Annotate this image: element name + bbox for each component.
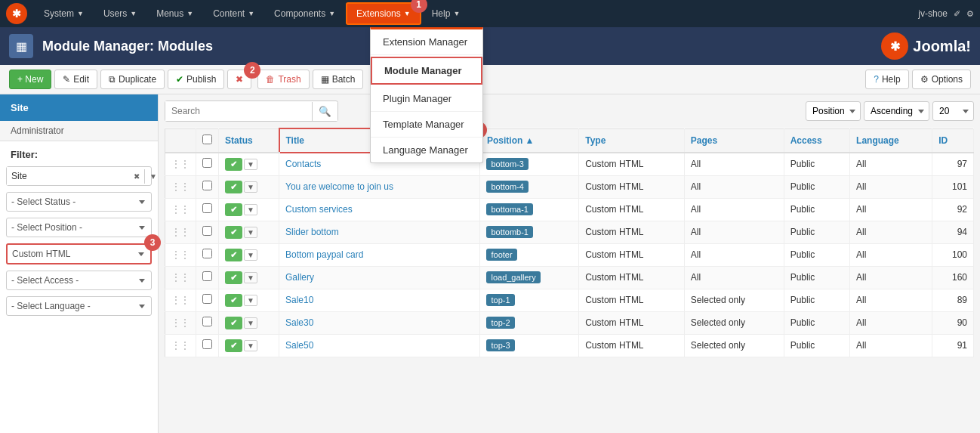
nav-help[interactable]: Help ▼ bbox=[423, 2, 470, 25]
drag-handle[interactable]: ⋮⋮ bbox=[165, 243, 196, 266]
row-type: Custom HTML bbox=[579, 175, 685, 198]
th-type[interactable]: Type bbox=[579, 128, 685, 153]
row-id: 97 bbox=[932, 153, 974, 176]
help-button[interactable]: ? Help bbox=[865, 70, 908, 89]
status-badge[interactable]: ✔ bbox=[225, 317, 242, 329]
table-row: ⋮⋮ ✔ ▼ Bottom paypal card footer Custom … bbox=[165, 243, 974, 266]
drag-handle[interactable]: ⋮⋮ bbox=[165, 198, 196, 221]
status-dropdown[interactable]: ▼ bbox=[244, 249, 257, 261]
status-badge[interactable]: ✔ bbox=[225, 294, 242, 307]
row-id: 91 bbox=[932, 334, 974, 357]
th-access[interactable]: Access bbox=[784, 128, 849, 153]
status-dropdown[interactable]: ▼ bbox=[244, 227, 257, 238]
sidebar-site-tab[interactable]: Site bbox=[0, 94, 158, 121]
drag-handle[interactable]: ⋮⋮ bbox=[165, 175, 196, 198]
status-dropdown[interactable]: ▼ bbox=[244, 159, 257, 170]
status-badge[interactable]: ✔ bbox=[225, 226, 242, 239]
status-dropdown[interactable]: ▼ bbox=[244, 181, 257, 193]
position-filter[interactable]: - Select Position - bbox=[6, 218, 152, 237]
dropdown-item-module-manager[interactable]: Module Manager bbox=[371, 57, 482, 85]
nav-menus[interactable]: Menus ▼ bbox=[147, 2, 202, 25]
trash-button[interactable]: 🗑 Trash bbox=[257, 70, 309, 89]
row-checkbox-cell bbox=[196, 221, 219, 243]
nav-extensions[interactable]: Extensions ▼ 1 bbox=[346, 2, 421, 25]
publish-button[interactable]: ✔ Publish bbox=[168, 70, 224, 89]
nav-content[interactable]: Content ▼ bbox=[204, 2, 263, 25]
row-checkbox[interactable] bbox=[202, 226, 212, 236]
row-position: load_gallery bbox=[480, 266, 579, 289]
drag-handle[interactable]: ⋮⋮ bbox=[165, 311, 196, 334]
search-icon: 🔍 bbox=[319, 106, 331, 117]
row-checkbox[interactable] bbox=[202, 249, 212, 258]
drag-handle[interactable]: ⋮⋮ bbox=[165, 153, 196, 176]
dropdown-item-template-manager[interactable]: Template Manager bbox=[371, 112, 482, 138]
status-dropdown[interactable]: ▼ bbox=[244, 272, 257, 283]
status-dropdown[interactable]: ▼ bbox=[244, 340, 257, 351]
row-checkbox[interactable] bbox=[202, 294, 212, 304]
module-title-link[interactable]: Contacts bbox=[285, 159, 321, 169]
status-dropdown[interactable]: ▼ bbox=[244, 317, 257, 329]
edit-button[interactable]: ✎ Edit bbox=[54, 70, 97, 89]
module-title-link[interactable]: Sale30 bbox=[285, 317, 313, 328]
module-title-link[interactable]: Custom services bbox=[285, 204, 353, 215]
status-filter[interactable]: - Select Status - bbox=[6, 192, 152, 212]
sort-by-select[interactable]: Position bbox=[806, 101, 861, 121]
nav-components[interactable]: Components ▼ bbox=[265, 2, 344, 25]
options-button[interactable]: ⚙ Options bbox=[912, 70, 971, 89]
row-checkbox[interactable] bbox=[202, 203, 212, 213]
status-dropdown[interactable]: ▼ bbox=[244, 295, 257, 306]
site-filter-clear[interactable]: ✖ bbox=[129, 169, 144, 184]
drag-handle[interactable]: ⋮⋮ bbox=[165, 266, 196, 289]
th-pages[interactable]: Pages bbox=[684, 128, 784, 153]
position-badge: bottom-3 bbox=[486, 158, 528, 170]
dropdown-item-language-manager[interactable]: Language Manager bbox=[371, 138, 482, 162]
site-filter-input[interactable] bbox=[7, 167, 129, 185]
row-position: bottom-3 bbox=[480, 153, 579, 176]
module-title-link[interactable]: Slider bottom bbox=[285, 227, 339, 237]
batch-button[interactable]: ▦ Batch bbox=[313, 70, 364, 89]
duplicate-button[interactable]: ⧉ Duplicate bbox=[100, 70, 165, 89]
module-title-link[interactable]: Sale50 bbox=[285, 340, 313, 351]
position-badge: load_gallery bbox=[486, 271, 540, 283]
language-filter[interactable]: - Select Language - bbox=[6, 296, 152, 316]
module-title-link[interactable]: Gallery bbox=[285, 272, 314, 283]
th-status[interactable]: Status bbox=[219, 128, 279, 153]
module-title-link[interactable]: Bottom paypal card bbox=[285, 249, 363, 260]
type-filter[interactable]: Custom HTML bbox=[6, 243, 152, 264]
status-badge[interactable]: ✔ bbox=[225, 158, 242, 171]
row-status: ✔ ▼ bbox=[219, 153, 279, 176]
status-badge[interactable]: ✔ bbox=[225, 181, 242, 193]
dropdown-item-ext-manager[interactable]: Extension Manager bbox=[371, 29, 482, 55]
status-badge[interactable]: ✔ bbox=[225, 271, 242, 284]
search-input[interactable] bbox=[165, 101, 312, 121]
row-checkbox[interactable] bbox=[202, 317, 212, 326]
module-title-link[interactable]: Sale10 bbox=[285, 295, 313, 305]
row-checkbox[interactable] bbox=[202, 271, 212, 281]
status-badge[interactable]: ✔ bbox=[225, 249, 242, 261]
status-dropdown[interactable]: ▼ bbox=[244, 204, 257, 215]
status-badge[interactable]: ✔ bbox=[225, 203, 242, 216]
module-title-link[interactable]: You are welcome to join us bbox=[285, 181, 393, 192]
access-filter[interactable]: - Select Access - bbox=[6, 271, 152, 290]
th-id[interactable]: ID bbox=[932, 128, 974, 153]
drag-handle[interactable]: ⋮⋮ bbox=[165, 334, 196, 357]
site-filter[interactable]: ✖ ▼ bbox=[6, 166, 152, 186]
sidebar-admin-tab[interactable]: Administrator bbox=[0, 121, 158, 141]
new-button[interactable]: + New bbox=[9, 70, 51, 89]
row-checkbox[interactable] bbox=[202, 158, 212, 168]
th-language[interactable]: Language bbox=[850, 128, 932, 153]
per-page-select[interactable]: 20 bbox=[932, 101, 974, 121]
drag-handle[interactable]: ⋮⋮ bbox=[165, 221, 196, 243]
batch-icon: ▦ bbox=[321, 74, 329, 85]
nav-users[interactable]: Users ▼ bbox=[94, 2, 146, 25]
select-all-checkbox[interactable] bbox=[202, 135, 212, 144]
row-checkbox[interactable] bbox=[202, 339, 212, 349]
row-checkbox[interactable] bbox=[202, 181, 212, 190]
sort-order-select[interactable]: Ascending bbox=[864, 101, 929, 121]
dropdown-item-plugin-manager[interactable]: Plugin Manager bbox=[371, 86, 482, 112]
search-button[interactable]: 🔍 bbox=[312, 102, 337, 121]
th-position[interactable]: Position ▲ bbox=[480, 128, 579, 153]
drag-handle[interactable]: ⋮⋮ bbox=[165, 289, 196, 311]
nav-system[interactable]: System ▼ bbox=[35, 2, 93, 25]
status-badge[interactable]: ✔ bbox=[225, 339, 242, 352]
